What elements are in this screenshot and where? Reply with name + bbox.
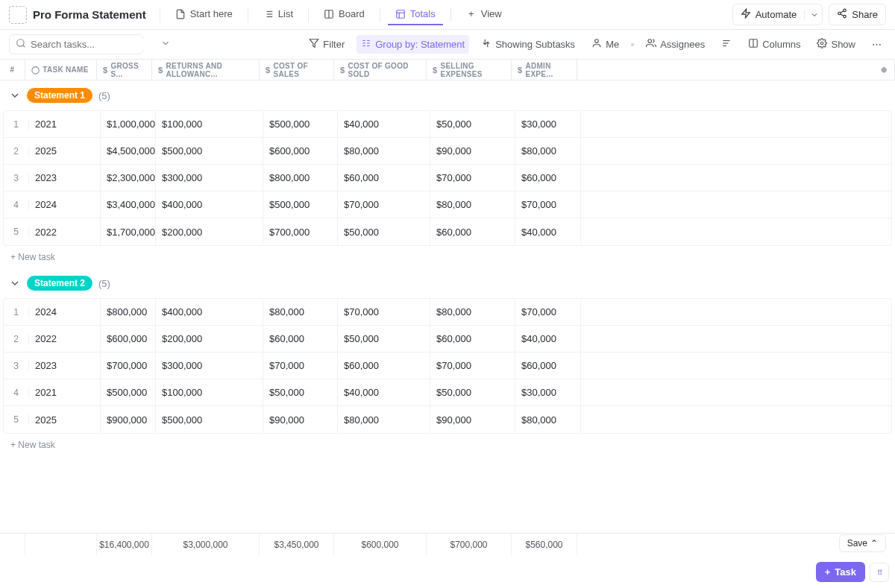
cell-admin[interactable]: $30,000 — [515, 379, 581, 405]
table-row[interactable]: 3 2023 $700,000 $300,000 $70,000 $60,000… — [4, 353, 891, 379]
cell-admin[interactable]: $60,000 — [515, 165, 581, 191]
col-cogs[interactable]: $COST OF GOOD SOLD — [334, 60, 427, 80]
cell-gross[interactable]: $500,000 — [101, 379, 156, 405]
save-button[interactable]: Save ⌃ — [839, 534, 886, 552]
table-row[interactable]: 1 2021 $1,000,000 $100,000 $500,000 $40,… — [4, 111, 891, 138]
cell-selling[interactable]: $90,000 — [430, 138, 515, 164]
cell-returns[interactable]: $300,000 — [156, 353, 263, 379]
col-selling[interactable]: $SELLING EXPENSES — [427, 60, 512, 80]
cell-selling[interactable]: $50,000 — [430, 379, 515, 405]
cell-cogs[interactable]: $40,000 — [338, 379, 430, 405]
cell-admin[interactable]: $70,000 — [515, 299, 581, 325]
cell-admin[interactable]: $40,000 — [515, 218, 581, 245]
cell-cogs[interactable]: $70,000 — [338, 192, 430, 218]
cell-name[interactable]: 2023 — [29, 165, 101, 191]
cell-name[interactable]: 2022 — [29, 218, 101, 245]
cell-admin[interactable]: $80,000 — [515, 406, 581, 433]
cell-name[interactable]: 2021 — [29, 111, 101, 137]
cell-cogs[interactable]: $50,000 — [338, 218, 430, 245]
cell-cost[interactable]: $500,000 — [263, 111, 338, 137]
sort-button[interactable] — [717, 35, 736, 54]
table-row[interactable]: 1 2024 $800,000 $400,000 $80,000 $70,000… — [4, 299, 891, 326]
col-gross[interactable]: $GROSS S... — [97, 60, 152, 80]
cell-selling[interactable]: $80,000 — [430, 299, 515, 325]
table-row[interactable]: 5 2022 $1,700,000 $200,000 $700,000 $50,… — [4, 218, 891, 245]
chevron-down-icon[interactable] — [9, 277, 21, 289]
cell-name[interactable]: 2022 — [29, 326, 101, 352]
cell-cost[interactable]: $70,000 — [263, 353, 338, 379]
cell-admin[interactable]: $60,000 — [515, 353, 581, 379]
share-button[interactable]: Share — [829, 4, 886, 25]
tab-board[interactable]: Board — [316, 4, 372, 25]
cell-name[interactable]: 2025 — [29, 138, 101, 164]
cell-returns[interactable]: $100,000 — [156, 111, 263, 137]
cell-cost[interactable]: $90,000 — [263, 406, 338, 433]
cell-gross[interactable]: $4,500,000 — [101, 138, 156, 164]
col-admin[interactable]: $ADMIN EXPE... — [512, 60, 577, 80]
columns-button[interactable]: Columns — [744, 35, 805, 54]
group-header[interactable]: Statement 2 (5) — [0, 268, 895, 298]
filter-button[interactable]: Filter — [304, 35, 349, 54]
cell-gross[interactable]: $3,400,000 — [101, 192, 156, 218]
search-input[interactable] — [31, 39, 156, 50]
subtasks-button[interactable]: Showing Subtasks — [477, 35, 580, 54]
search-box[interactable] — [9, 34, 143, 54]
cell-cost[interactable]: $50,000 — [263, 379, 338, 405]
cell-cogs[interactable]: $80,000 — [338, 406, 430, 433]
cell-cost[interactable]: $500,000 — [263, 192, 338, 218]
cell-cost[interactable]: $700,000 — [263, 218, 338, 245]
cell-gross[interactable]: $1,700,000 — [101, 218, 156, 245]
cell-name[interactable]: 2025 — [29, 406, 101, 433]
cell-gross[interactable]: $800,000 — [101, 299, 156, 325]
new-task-button[interactable]: + Task — [816, 562, 865, 582]
add-task-button[interactable]: + New task — [0, 434, 895, 456]
cell-cogs[interactable]: $60,000 — [338, 353, 430, 379]
cell-admin[interactable]: $30,000 — [515, 111, 581, 137]
automate-button[interactable]: Automate — [732, 4, 823, 25]
cell-gross[interactable]: $700,000 — [101, 353, 156, 379]
add-column-button[interactable]: ⊕ — [874, 60, 895, 80]
cell-selling[interactable]: $60,000 — [430, 326, 515, 352]
cell-returns[interactable]: $500,000 — [156, 138, 263, 164]
cell-selling[interactable]: $70,000 — [430, 165, 515, 191]
more-button[interactable]: ⋯ — [867, 36, 886, 53]
cell-cogs[interactable]: $60,000 — [338, 165, 430, 191]
cell-selling[interactable]: $60,000 — [430, 218, 515, 245]
cell-returns[interactable]: $200,000 — [156, 218, 263, 245]
cell-name[interactable]: 2023 — [29, 353, 101, 379]
cell-gross[interactable]: $900,000 — [101, 406, 156, 433]
cell-returns[interactable]: $300,000 — [156, 165, 263, 191]
cell-name[interactable]: 2021 — [29, 379, 101, 405]
cell-returns[interactable]: $400,000 — [156, 299, 263, 325]
col-task-name[interactable]: ◯TASK NAME — [25, 60, 97, 80]
table-row[interactable]: 3 2023 $2,300,000 $300,000 $800,000 $60,… — [4, 165, 891, 192]
cell-selling[interactable]: $50,000 — [430, 111, 515, 137]
cell-cost[interactable]: $800,000 — [263, 165, 338, 191]
cell-returns[interactable]: $500,000 — [156, 406, 263, 433]
chevron-down-icon[interactable] — [160, 38, 171, 51]
cell-admin[interactable]: $40,000 — [515, 326, 581, 352]
tab-add-view[interactable]: + View — [459, 4, 509, 25]
cell-cogs[interactable]: $50,000 — [338, 326, 430, 352]
cell-admin[interactable]: $70,000 — [515, 192, 581, 218]
apps-button[interactable]: ⠿ — [870, 563, 889, 582]
cell-name[interactable]: 2024 — [29, 192, 101, 218]
cell-cogs[interactable]: $40,000 — [338, 111, 430, 137]
cell-cost[interactable]: $60,000 — [263, 326, 338, 352]
cell-name[interactable]: 2024 — [29, 299, 101, 325]
assignees-button[interactable]: Assignees — [641, 35, 709, 54]
cell-returns[interactable]: $400,000 — [156, 192, 263, 218]
col-returns[interactable]: $RETURNS AND ALLOWANC... — [152, 60, 260, 80]
table-row[interactable]: 2 2025 $4,500,000 $500,000 $600,000 $80,… — [4, 138, 891, 165]
chevron-down-icon[interactable] — [9, 89, 21, 101]
group-header[interactable]: Statement 1 (5) — [0, 80, 895, 110]
me-button[interactable]: Me — [587, 35, 624, 54]
cell-selling[interactable]: $90,000 — [430, 406, 515, 433]
cell-cost[interactable]: $80,000 — [263, 299, 338, 325]
table-row[interactable]: 2 2022 $600,000 $200,000 $60,000 $50,000… — [4, 326, 891, 353]
table-row[interactable]: 4 2021 $500,000 $100,000 $50,000 $40,000… — [4, 379, 891, 406]
cell-cogs[interactable]: $80,000 — [338, 138, 430, 164]
cell-cost[interactable]: $600,000 — [263, 138, 338, 164]
cell-cogs[interactable]: $70,000 — [338, 299, 430, 325]
workspace-logo[interactable] — [9, 6, 27, 24]
